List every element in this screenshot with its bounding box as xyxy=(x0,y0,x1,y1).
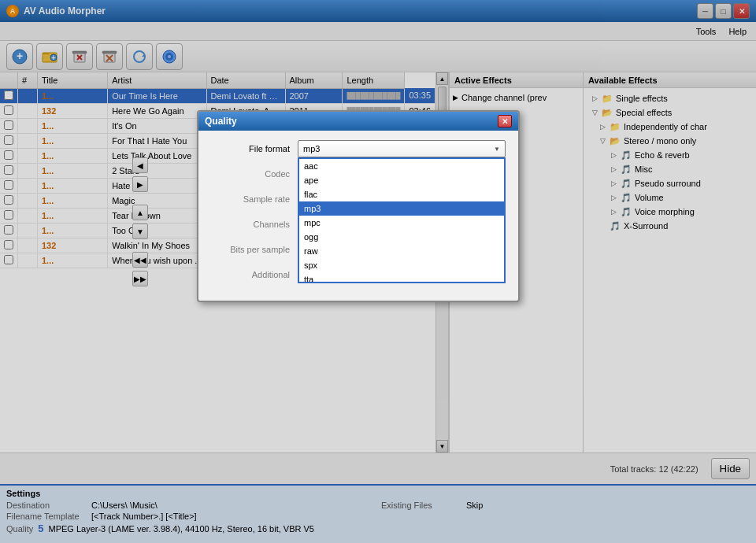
additional-label: Additional xyxy=(211,270,298,279)
dialog-close-btn[interactable]: ✕ xyxy=(498,115,512,127)
dropdown-selected-value[interactable]: mp3 ▼ xyxy=(298,140,506,157)
bits-label: Bits per sample xyxy=(211,245,298,254)
format-option[interactable]: ogg xyxy=(299,230,504,244)
dialog-title: Quality xyxy=(205,116,237,127)
file-format-row: File format mp3 ▼ aacapeflacmp3mpcoggraw… xyxy=(211,140,506,157)
selected-format-text: mp3 xyxy=(303,144,320,153)
modal-overlay: Quality ✕ File format mp3 ▼ aacapeflacmp… xyxy=(0,0,756,543)
format-option[interactable]: mp3 xyxy=(299,201,504,216)
sample-rate-label: Sample rate xyxy=(211,194,298,204)
format-option[interactable]: flac xyxy=(299,187,504,201)
file-format-control: mp3 ▼ aacapeflacmp3mpcoggrawspxttawavwma… xyxy=(298,140,506,157)
format-option[interactable]: tta xyxy=(299,272,504,283)
format-option[interactable]: aac xyxy=(299,159,504,173)
format-option[interactable]: raw xyxy=(299,244,504,258)
codec-label: Codec xyxy=(211,169,298,179)
dialog-titlebar: Quality ✕ xyxy=(198,112,518,131)
dialog-content: File format mp3 ▼ aacapeflacmp3mpcoggraw… xyxy=(198,131,518,301)
dropdown-arrow-icon: ▼ xyxy=(494,146,500,153)
channels-label: Channels xyxy=(211,220,298,229)
format-option[interactable]: ape xyxy=(299,173,504,187)
format-dropdown-list[interactable]: aacapeflacmp3mpcoggrawspxttawavwmawv xyxy=(298,157,506,283)
format-option[interactable]: spx xyxy=(299,258,504,272)
file-format-label: File format xyxy=(211,144,298,153)
quality-dialog: Quality ✕ File format mp3 ▼ aacapeflacmp… xyxy=(197,110,520,302)
file-format-dropdown[interactable]: mp3 ▼ aacapeflacmp3mpcoggrawspxttawavwma… xyxy=(298,140,506,157)
format-option[interactable]: mpc xyxy=(299,216,504,230)
